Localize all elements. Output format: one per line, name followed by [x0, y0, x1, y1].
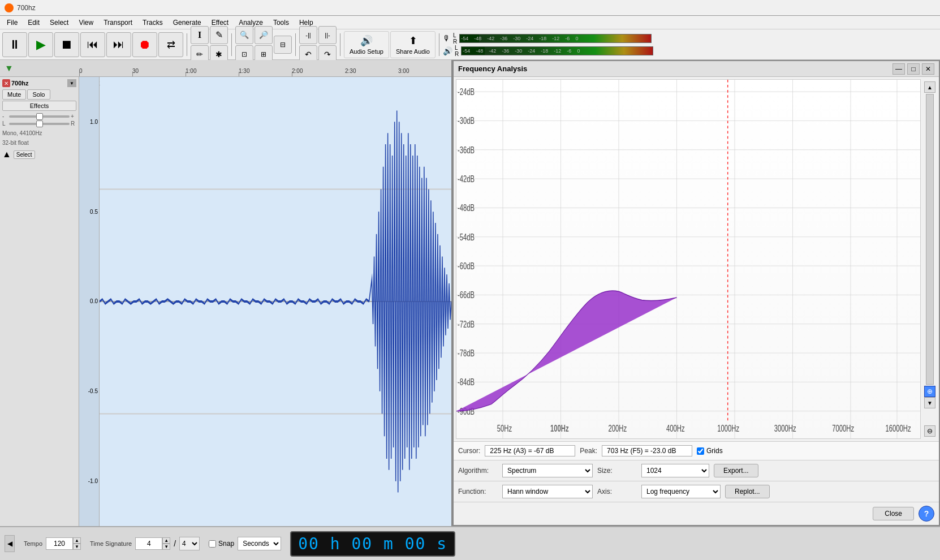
solo-button[interactable]: Solo	[27, 89, 50, 100]
sep3	[295, 33, 296, 56]
track-info-1: Mono, 44100Hz	[2, 130, 76, 136]
time-sig-num-down-button[interactable]: ▼	[162, 544, 170, 550]
gain-slider[interactable]	[9, 115, 70, 118]
tracks-container: ✕ 700hz ▼ Mute Solo Effects - +	[0, 77, 451, 526]
peak-label: Peak:	[580, 447, 597, 455]
sep2	[231, 33, 232, 56]
y-label-0.5: 0.5	[90, 209, 98, 215]
menu-file[interactable]: File	[2, 18, 22, 28]
tempo-steppers: ▲ ▼	[73, 537, 81, 550]
cursor-label: Cursor:	[458, 447, 480, 455]
track-area: ▼ 0 30 1:00 1:30 2:00 2:30 3:00 3:30 4:0…	[0, 60, 452, 526]
skip-start-button[interactable]: ⏮	[80, 32, 105, 57]
chart-area: -24dB -30dB -36dB -42dB -48dB -54dB -60d…	[454, 77, 939, 441]
svg-text:-48dB: -48dB	[458, 203, 475, 213]
tempo-up-button[interactable]: ▲	[73, 537, 81, 544]
time-sig-num-input[interactable]	[135, 537, 162, 550]
menu-select[interactable]: Select	[45, 18, 73, 28]
export-button[interactable]: Export...	[714, 464, 758, 477]
select-button[interactable]: Select	[14, 150, 35, 159]
replot-button[interactable]: Replot...	[725, 485, 770, 498]
axis-select[interactable]: Log frequency Linear frequency	[641, 485, 721, 498]
time-sig-num-up-button[interactable]: ▲	[162, 537, 170, 544]
scroll-up-button[interactable]: ▲	[924, 81, 935, 93]
svg-text:1000Hz: 1000Hz	[717, 423, 739, 434]
ruler-mark-200: 2:00	[292, 68, 303, 74]
zoom-out-button[interactable]: 🔎	[255, 26, 273, 44]
size-select[interactable]: 256 512 1024 2048 4096	[641, 464, 709, 477]
snap-checkbox[interactable]	[209, 540, 216, 548]
track-close-button[interactable]: ✕	[2, 79, 10, 87]
tempo-input[interactable]	[46, 537, 73, 550]
chart-scrollbar[interactable]	[926, 94, 934, 385]
svg-text:-78dB: -78dB	[458, 348, 475, 359]
tempo-label: Tempo	[24, 540, 42, 547]
menu-tracks[interactable]: Tracks	[138, 18, 167, 28]
envelope-tool-button[interactable]: ✎	[210, 26, 228, 44]
adjust-tool-2[interactable]: ||-	[318, 26, 337, 44]
svg-text:400Hz: 400Hz	[666, 423, 685, 434]
ruler-tick-200	[292, 72, 292, 76]
scroll-down-button[interactable]: ▼	[924, 397, 935, 408]
ruler-mark-30: 30	[132, 68, 139, 74]
timeline-ruler: ▼ 0 30 1:00 1:30 2:00 2:30 3:00 3:30 4:0…	[0, 60, 451, 77]
algorithm-select[interactable]: Spectrum Autocorrelation Cepstrum	[502, 464, 593, 477]
zoom-toggle-button[interactable]: ⊟	[274, 36, 292, 54]
track-name-label: 700hz	[11, 80, 66, 87]
playback-icon: 🔊	[443, 46, 452, 55]
grids-check-input[interactable]	[697, 447, 704, 455]
help-button[interactable]: ?	[919, 506, 934, 522]
record-vu-meter: -54 -48 -42 -36 -30 -24 -18 -12 -6 0	[459, 34, 652, 43]
share-audio-button[interactable]: ⬆ Share Audio	[390, 31, 435, 58]
adjust-tool-1[interactable]: -||	[299, 26, 317, 44]
pause-button[interactable]: ⏸	[2, 32, 27, 57]
play-button[interactable]: ▶	[28, 32, 53, 57]
menu-edit[interactable]: Edit	[23, 18, 44, 28]
zoom-out-chart-button[interactable]: ⊖	[924, 425, 935, 437]
mute-button[interactable]: Mute	[2, 89, 26, 100]
audio-setup-button[interactable]: 🔊 Audio Setup	[344, 31, 389, 58]
track-dropdown-button[interactable]: ▼	[67, 79, 76, 87]
tempo-input-group: ▲ ▼	[46, 537, 81, 550]
time-sig-den-select[interactable]: 4 8 16	[179, 537, 200, 550]
selection-tool-button[interactable]: I	[191, 26, 209, 44]
ruler-mark-130: 1:30	[239, 68, 249, 74]
ruler-container: 0 30 1:00 1:30 2:00 2:30 3:00 3:30 4:00	[79, 60, 451, 76]
maximize-button[interactable]: □	[907, 63, 920, 75]
time-sig-slash: /	[174, 539, 176, 548]
track-info-2: 32-bit float	[2, 140, 76, 146]
scroll-left-button[interactable]: ◀	[5, 535, 15, 552]
snap-checkbox-group[interactable]: Snap	[209, 540, 234, 548]
main-area: ▼ 0 30 1:00 1:30 2:00 2:30 3:00 3:30 4:0…	[0, 60, 940, 526]
pan-row: L R	[2, 120, 76, 127]
minimize-button[interactable]: —	[892, 63, 905, 75]
function-select[interactable]: Hann window Hamming window Blackman wind…	[502, 485, 593, 498]
effects-button[interactable]: Effects	[2, 101, 76, 111]
seconds-select[interactable]: Seconds Beats Samples	[238, 537, 281, 550]
sep4	[340, 33, 340, 56]
pan-slider[interactable]	[9, 123, 70, 125]
tempo-down-button[interactable]: ▼	[73, 544, 81, 550]
snap-label: Snap	[218, 540, 234, 548]
axis-label: Axis:	[597, 488, 637, 496]
menu-transport[interactable]: Transport	[99, 18, 137, 28]
stop-button[interactable]: ⏹	[54, 32, 79, 57]
ruler-tick-0	[79, 72, 80, 76]
vu-meters: 🎙 LR -54 -48 -42 -36 -30 -24 -18 -12 -6 …	[443, 33, 653, 57]
ruler-mark-230: 2:30	[345, 68, 356, 74]
close-button[interactable]: Close	[873, 507, 914, 520]
share-icon: ⬆	[409, 35, 417, 47]
menu-view[interactable]: View	[74, 18, 98, 28]
grids-checkbox[interactable]: Grids	[697, 447, 723, 455]
loop-button[interactable]: ⇄	[158, 32, 183, 57]
pan-left-label: L	[2, 120, 8, 127]
time-sig-num-steppers: ▲ ▼	[162, 537, 170, 550]
frequency-svg: -24dB -30dB -36dB -42dB -48dB -54dB -60d…	[456, 80, 920, 438]
record-button[interactable]: ⏺	[132, 32, 157, 57]
microphone-icon: 🎙	[443, 34, 451, 43]
zoom-in-button[interactable]: 🔍	[235, 26, 253, 44]
zoom-in-chart-button[interactable]: ⊕	[924, 386, 935, 397]
gain-minus-label: -	[2, 113, 8, 119]
skip-end-button[interactable]: ⏭	[106, 32, 131, 57]
close-panel-button[interactable]: ✕	[922, 63, 934, 75]
